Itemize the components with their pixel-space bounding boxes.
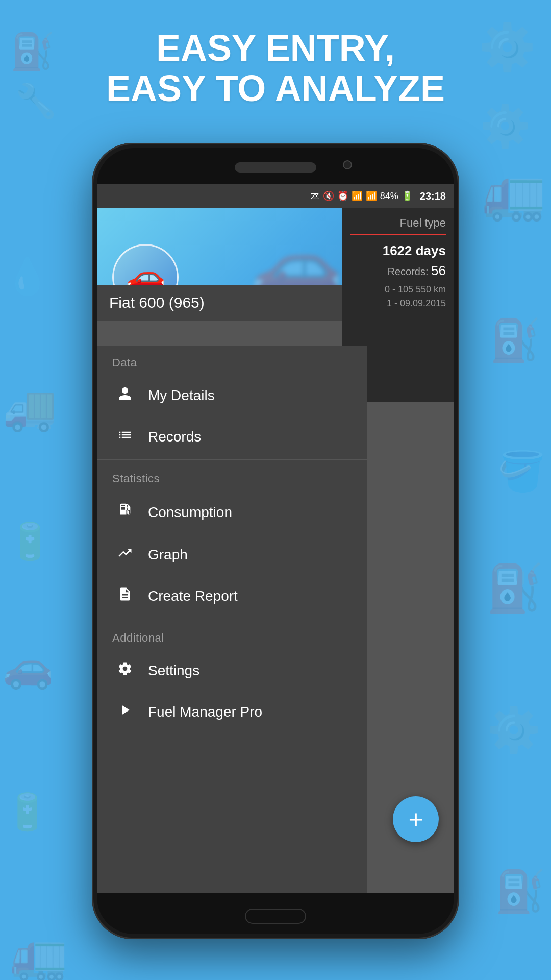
play-icon <box>112 702 138 721</box>
phone-inner: ⯴ 🔇 ⏰ 📶 📶 84% 🔋 23:18 🚗 <box>97 148 454 934</box>
document-icon <box>112 586 138 605</box>
section-data-header: Data <box>97 346 367 375</box>
phone-speaker <box>235 162 316 173</box>
bg-icon-pump: ⛽ <box>490 316 541 364</box>
consumption-label: Consumption <box>148 504 232 521</box>
battery-percent: 84% <box>380 191 398 202</box>
gear-icon <box>112 661 138 680</box>
bg-icon-fuel2: ⛽ <box>495 868 546 916</box>
days-count: 1622 days <box>350 243 446 259</box>
signal-icon: 📶 <box>366 190 377 202</box>
trending-up-icon <box>112 545 138 564</box>
app-screen: ⯴ 🔇 ⏰ 📶 📶 84% 🔋 23:18 🚗 <box>97 184 454 893</box>
navigation-drawer: Data My Details Records <box>97 346 367 893</box>
fab-add-button[interactable]: + <box>393 796 439 842</box>
divider-2 <box>97 619 367 619</box>
menu-item-graph[interactable]: Graph <box>97 534 367 575</box>
bg-icon-truck3: 🚛 <box>10 929 67 980</box>
menu-item-fuel-manager-pro[interactable]: Fuel Manager Pro <box>97 691 367 732</box>
divider-1 <box>97 459 367 460</box>
alarm-icon: ⏰ <box>337 190 348 202</box>
status-icons: ⯴ 🔇 ⏰ 📶 📶 84% 🔋 23:18 <box>311 190 446 202</box>
records-number: 56 <box>431 263 446 278</box>
bg-icon-truck1: 🚛 <box>482 163 546 224</box>
bg-icon-truck2: 🚚 <box>3 383 57 434</box>
bg-icon-cylinder2: 🔋 <box>5 791 49 833</box>
menu-item-my-details[interactable]: My Details <box>97 375 367 416</box>
bg-icon-gear3: ⚙️ <box>487 704 541 755</box>
graph-label: Graph <box>148 547 188 563</box>
create-report-label: Create Report <box>148 588 238 604</box>
settings-label: Settings <box>148 663 199 679</box>
bg-icon-gear2: ⚙️ <box>480 102 531 150</box>
mute-icon: 🔇 <box>323 190 334 202</box>
phone-home-button[interactable] <box>245 909 306 924</box>
menu-item-consumption[interactable]: Consumption <box>97 491 367 534</box>
promo-header: EASY ENTRY, EASY TO ANALYZE <box>0 28 551 109</box>
header-line1: EASY ENTRY, <box>0 28 551 68</box>
header-line2: EASY TO ANALYZE <box>0 68 551 109</box>
list-icon <box>112 427 138 446</box>
phone-device: ⯴ 🔇 ⏰ 📶 📶 84% 🔋 23:18 🚗 <box>92 143 459 939</box>
bg-icon-paint: 🪣 <box>498 449 546 494</box>
person-icon <box>112 386 138 405</box>
fuel-manager-pro-label: Fuel Manager Pro <box>148 704 262 720</box>
battery-icon: 🔋 <box>402 190 413 202</box>
menu-item-create-report[interactable]: Create Report <box>97 575 367 617</box>
front-camera <box>343 160 352 169</box>
bg-icon-pump2: ⛽ <box>486 561 543 615</box>
menu-item-settings[interactable]: Settings <box>97 650 367 691</box>
bluetooth-icon: ⯴ <box>311 191 320 202</box>
my-details-label: My Details <box>148 387 215 404</box>
fab-plus-icon: + <box>408 806 423 832</box>
section-additional-header: Additional <box>97 621 367 650</box>
bg-icon-drop: 💧 <box>5 255 49 297</box>
fuel-type-tab[interactable]: Fuel type <box>350 216 446 235</box>
records-label: Records <box>148 429 201 445</box>
status-bar: ⯴ 🔇 ⏰ 📶 📶 84% 🔋 23:18 <box>97 184 454 208</box>
bg-icon-car2: 🚗 <box>3 643 54 691</box>
menu-item-records[interactable]: Records <box>97 416 367 457</box>
fuel-icon <box>112 502 138 523</box>
section-statistics-header: Statistics <box>97 462 367 491</box>
status-time: 23:18 <box>420 190 446 202</box>
records-label: Records: 56 <box>350 263 446 279</box>
km-range: 0 - 105 550 km 1 - 09.09.2015 <box>350 283 446 310</box>
bg-icon-cylinder: 🔋 <box>8 521 52 562</box>
wifi-icon: 📶 <box>352 190 363 202</box>
